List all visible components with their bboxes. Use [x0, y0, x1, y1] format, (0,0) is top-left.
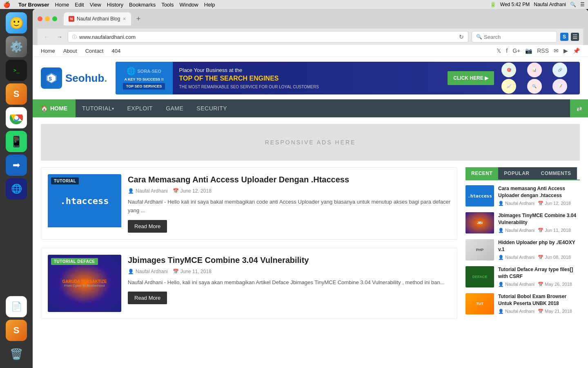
maximize-button[interactable]: [52, 16, 57, 21]
dock-notes[interactable]: 📄: [6, 296, 27, 317]
sidebar-tabs: RECENT POPULAR COMMENTS: [466, 167, 580, 180]
close-button[interactable]: [38, 16, 42, 21]
sidebar-item-title-2[interactable]: Jbimages TinyMCE Combine 3.04 Vulnerabil…: [498, 212, 580, 226]
menu-file[interactable]: Home: [55, 2, 69, 8]
minimize-button[interactable]: [45, 16, 50, 21]
dock-whatsapp[interactable]: 📱: [6, 131, 27, 152]
sidebar-item-4: DEFACE Tutorial Deface Array type files[…: [466, 266, 580, 287]
menubar-menu-icon[interactable]: ☰: [580, 2, 585, 7]
browser-chrome: N Naufal Ardhani Blog ✕ + ← → ⓘ www.nauf…: [33, 9, 588, 45]
dock-trash[interactable]: 🗑️: [6, 343, 27, 365]
menu-tools[interactable]: Tools: [161, 2, 174, 8]
sidebar-tab-popular[interactable]: POPULAR: [498, 167, 535, 180]
sidebar-item-title-5[interactable]: Tutorial Bobol Exam Browser Untuk Pesert…: [498, 293, 580, 307]
dock-terminal[interactable]: >_: [6, 60, 27, 81]
logo-banner-row: S Seohub. 🌐 SORA-SEO A KEY TO SUCCESS !!…: [33, 57, 588, 99]
dock-sublime[interactable]: S: [6, 83, 27, 105]
menu-edit[interactable]: Edit: [75, 2, 84, 8]
nav-security[interactable]: SECURITY: [190, 99, 234, 117]
active-tab[interactable]: N Naufal Ardhani Blog ✕: [64, 12, 131, 25]
sidebar-item-1: .htaccess Cara memasang Anti Access Uplo…: [466, 185, 580, 206]
sidebar-thumb-2: JBI: [466, 212, 494, 233]
search-bar[interactable]: 🔍: [472, 31, 557, 43]
ad-banner: 🌐 SORA-SEO A KEY TO SUCCESS !! TOP SEO S…: [116, 62, 580, 94]
browser-window: N Naufal Ardhani Blog ✕ + ← → ⓘ www.nauf…: [33, 9, 588, 368]
mac-menubar: 🍎 Tor Browser Home Edit View History Boo…: [0, 0, 588, 9]
ext-s-icon[interactable]: S: [560, 33, 568, 41]
article-title-1[interactable]: Cara Memasang Anti Access Uploader Denga…: [128, 174, 450, 185]
nav-home[interactable]: Home: [41, 48, 55, 54]
menu-window[interactable]: Window: [180, 2, 198, 8]
menu-help[interactable]: Help: [204, 2, 215, 8]
menu-tor-browser[interactable]: Tor Browser: [18, 2, 49, 8]
logo-area[interactable]: S Seohub.: [41, 67, 107, 89]
date-icon-2: 📅: [173, 269, 179, 274]
article-author-1: 👤 Naufal Ardhani: [128, 188, 168, 194]
nav-about[interactable]: About: [63, 48, 77, 54]
article-author-2: 👤 Naufal Ardhani: [128, 269, 168, 274]
social-email[interactable]: ✉: [554, 47, 559, 54]
nav-contact[interactable]: Contact: [85, 48, 104, 54]
forward-button[interactable]: →: [55, 32, 65, 42]
tab-favicon: N: [69, 16, 74, 22]
sidebar-date-1: 📅 Jun 12, 2018: [538, 201, 571, 206]
article-title-2[interactable]: Jbimages TinyMCE Combine 3.04 Vulnerabil…: [128, 255, 450, 265]
refresh-button[interactable]: ↻: [459, 34, 464, 40]
menubar-user: Naufal Ardhani: [534, 2, 566, 7]
social-twitter[interactable]: 𝕏: [497, 47, 501, 54]
ads-text: RESPONSIVE ADS HERE: [265, 139, 356, 146]
dock-system-prefs[interactable]: ⚙️: [6, 36, 27, 57]
sidebar-item-info-4: Tutorial Deface Array type files[] with …: [498, 266, 580, 287]
new-tab-button[interactable]: +: [133, 13, 144, 25]
url-bar[interactable]: ⓘ www.naufalardhani.com ↻: [68, 31, 468, 43]
site-nav-links: Home About Contact 404: [41, 48, 120, 54]
sidebar-thumb-3: PHP: [466, 239, 494, 260]
menu-history[interactable]: History: [107, 2, 123, 8]
home-icon: 🏠: [41, 105, 48, 112]
sidebar-tab-recent[interactable]: RECENT: [466, 167, 498, 180]
dock-goto[interactable]: ➡: [6, 155, 27, 176]
social-rss[interactable]: RSS: [537, 47, 549, 54]
dock-browser[interactable]: 🌐: [6, 178, 27, 200]
dock-sublime2[interactable]: S: [6, 320, 27, 341]
sidebar-thumb-5: TUT: [466, 293, 494, 314]
menubar-battery-icon: 🔋: [490, 2, 496, 7]
social-facebook[interactable]: f: [506, 47, 508, 54]
apple-icon[interactable]: 🍎: [3, 1, 10, 8]
article-card-1: .htaccess TUTORIAL Cara Memasang Anti Ac…: [41, 167, 457, 240]
nav-exploit[interactable]: EXPLOIT: [120, 99, 159, 117]
ext-nav-icon[interactable]: ☰: [571, 33, 579, 41]
dock: 🙂 ⚙️ >_ S 📱 ➡ 🌐 📄 S 🗑️: [0, 9, 33, 368]
dock-finder[interactable]: 🙂: [6, 12, 27, 34]
sidebar-item-title-3[interactable]: Hidden Uploader php by ./E4OXY v.1: [498, 239, 580, 253]
menu-bookmarks[interactable]: Bookmarks: [129, 2, 156, 8]
menubar-search-icon[interactable]: 🔍: [570, 2, 576, 7]
article-date-1: 📅 June 12, 2018: [173, 188, 212, 194]
social-gplus[interactable]: G+: [512, 47, 520, 54]
back-button[interactable]: ←: [42, 32, 51, 42]
tab-close-button[interactable]: ✕: [122, 16, 126, 22]
dock-chrome[interactable]: [6, 107, 27, 128]
nav-game[interactable]: GAME: [159, 99, 190, 117]
author-icon-2: 👤: [128, 269, 134, 274]
social-pinterest[interactable]: 📌: [573, 47, 580, 54]
sidebar-item-title-1[interactable]: Cara memasang Anti Access Uploader denga…: [498, 185, 580, 199]
menu-view[interactable]: View: [90, 2, 101, 8]
nav-shuffle-btn[interactable]: ⇄: [570, 99, 588, 117]
nav-tutorial[interactable]: TUTORIAL: [76, 99, 120, 117]
menubar-time: Wed 5:42 PM: [500, 2, 530, 7]
sidebar-tab-comments[interactable]: COMMENTS: [535, 167, 577, 180]
search-input[interactable]: [484, 34, 552, 40]
read-more-btn-2[interactable]: Read More: [128, 292, 167, 304]
sidebar-item-title-4[interactable]: Tutorial Deface Array type files[] with …: [498, 266, 580, 280]
site-nav-top: Home About Contact 404 𝕏 f G+ 📷 RSS ✉ ▶ …: [33, 45, 588, 57]
article-date-2: 📅 June 11, 2018: [173, 269, 212, 274]
menu-items: Tor Browser Home Edit View History Bookm…: [18, 2, 215, 8]
nav-home-btn[interactable]: 🏠 HOME: [33, 99, 76, 117]
social-instagram[interactable]: 📷: [525, 47, 532, 54]
social-youtube[interactable]: ▶: [564, 47, 568, 54]
read-more-btn-1[interactable]: Read More: [128, 220, 167, 233]
sidebar-date-3: 📅 Jun 08, 2018: [538, 255, 571, 260]
article-excerpt-2: Naufal Ardhani - Hello, kali ini saya ak…: [128, 278, 450, 287]
nav-404[interactable]: 404: [111, 48, 120, 54]
